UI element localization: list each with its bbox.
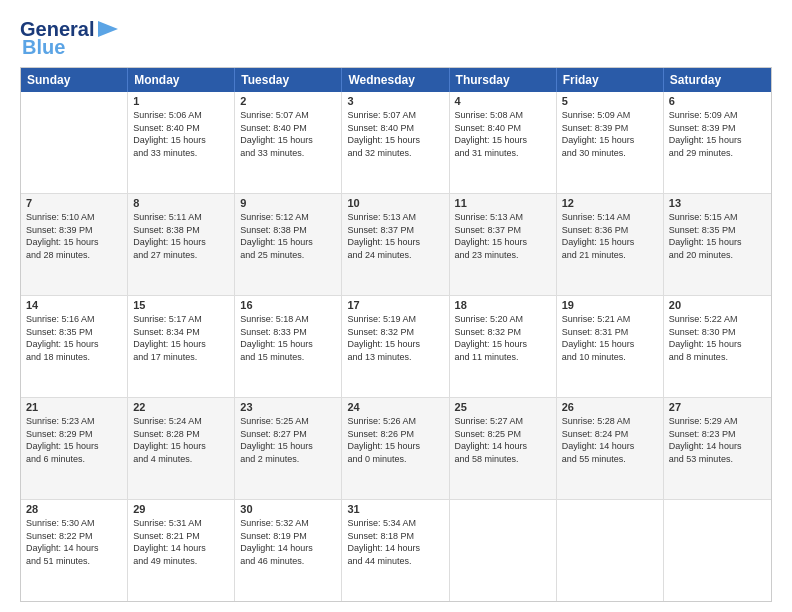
day-info: Sunrise: 5:28 AM Sunset: 8:24 PM Dayligh… — [562, 415, 658, 465]
day-info: Sunrise: 5:29 AM Sunset: 8:23 PM Dayligh… — [669, 415, 766, 465]
day-number: 10 — [347, 197, 443, 209]
header-day-wednesday: Wednesday — [342, 68, 449, 92]
day-number: 18 — [455, 299, 551, 311]
day-info: Sunrise: 5:34 AM Sunset: 8:18 PM Dayligh… — [347, 517, 443, 567]
cal-cell-6: 6Sunrise: 5:09 AM Sunset: 8:39 PM Daylig… — [664, 92, 771, 193]
cal-cell-17: 17Sunrise: 5:19 AM Sunset: 8:32 PM Dayli… — [342, 296, 449, 397]
cal-cell-23: 23Sunrise: 5:25 AM Sunset: 8:27 PM Dayli… — [235, 398, 342, 499]
day-number: 19 — [562, 299, 658, 311]
cal-cell-empty — [21, 92, 128, 193]
cal-cell-5: 5Sunrise: 5:09 AM Sunset: 8:39 PM Daylig… — [557, 92, 664, 193]
cal-cell-15: 15Sunrise: 5:17 AM Sunset: 8:34 PM Dayli… — [128, 296, 235, 397]
cal-cell-30: 30Sunrise: 5:32 AM Sunset: 8:19 PM Dayli… — [235, 500, 342, 601]
calendar-row-1: 1Sunrise: 5:06 AM Sunset: 8:40 PM Daylig… — [21, 92, 771, 193]
day-number: 16 — [240, 299, 336, 311]
calendar-header: SundayMondayTuesdayWednesdayThursdayFrid… — [21, 68, 771, 92]
cal-cell-28: 28Sunrise: 5:30 AM Sunset: 8:22 PM Dayli… — [21, 500, 128, 601]
cal-cell-20: 20Sunrise: 5:22 AM Sunset: 8:30 PM Dayli… — [664, 296, 771, 397]
day-info: Sunrise: 5:13 AM Sunset: 8:37 PM Dayligh… — [455, 211, 551, 261]
cal-cell-27: 27Sunrise: 5:29 AM Sunset: 8:23 PM Dayli… — [664, 398, 771, 499]
cal-cell-8: 8Sunrise: 5:11 AM Sunset: 8:38 PM Daylig… — [128, 194, 235, 295]
cal-cell-29: 29Sunrise: 5:31 AM Sunset: 8:21 PM Dayli… — [128, 500, 235, 601]
day-info: Sunrise: 5:17 AM Sunset: 8:34 PM Dayligh… — [133, 313, 229, 363]
day-info: Sunrise: 5:12 AM Sunset: 8:38 PM Dayligh… — [240, 211, 336, 261]
day-info: Sunrise: 5:10 AM Sunset: 8:39 PM Dayligh… — [26, 211, 122, 261]
day-number: 2 — [240, 95, 336, 107]
day-info: Sunrise: 5:32 AM Sunset: 8:19 PM Dayligh… — [240, 517, 336, 567]
day-number: 20 — [669, 299, 766, 311]
cal-cell-2: 2Sunrise: 5:07 AM Sunset: 8:40 PM Daylig… — [235, 92, 342, 193]
day-number: 7 — [26, 197, 122, 209]
day-number: 1 — [133, 95, 229, 107]
day-number: 21 — [26, 401, 122, 413]
cal-cell-25: 25Sunrise: 5:27 AM Sunset: 8:25 PM Dayli… — [450, 398, 557, 499]
day-info: Sunrise: 5:24 AM Sunset: 8:28 PM Dayligh… — [133, 415, 229, 465]
header-day-sunday: Sunday — [21, 68, 128, 92]
day-number: 24 — [347, 401, 443, 413]
day-number: 31 — [347, 503, 443, 515]
cal-cell-empty — [664, 500, 771, 601]
day-number: 27 — [669, 401, 766, 413]
day-info: Sunrise: 5:11 AM Sunset: 8:38 PM Dayligh… — [133, 211, 229, 261]
day-info: Sunrise: 5:13 AM Sunset: 8:37 PM Dayligh… — [347, 211, 443, 261]
cal-cell-11: 11Sunrise: 5:13 AM Sunset: 8:37 PM Dayli… — [450, 194, 557, 295]
day-info: Sunrise: 5:21 AM Sunset: 8:31 PM Dayligh… — [562, 313, 658, 363]
day-number: 12 — [562, 197, 658, 209]
cal-cell-13: 13Sunrise: 5:15 AM Sunset: 8:35 PM Dayli… — [664, 194, 771, 295]
day-info: Sunrise: 5:07 AM Sunset: 8:40 PM Dayligh… — [240, 109, 336, 159]
cal-cell-empty — [557, 500, 664, 601]
day-number: 25 — [455, 401, 551, 413]
cal-cell-18: 18Sunrise: 5:20 AM Sunset: 8:32 PM Dayli… — [450, 296, 557, 397]
cal-cell-4: 4Sunrise: 5:08 AM Sunset: 8:40 PM Daylig… — [450, 92, 557, 193]
header-day-tuesday: Tuesday — [235, 68, 342, 92]
day-number: 9 — [240, 197, 336, 209]
day-number: 22 — [133, 401, 229, 413]
logo-blue: Blue — [22, 36, 65, 59]
day-number: 23 — [240, 401, 336, 413]
header-day-monday: Monday — [128, 68, 235, 92]
day-info: Sunrise: 5:30 AM Sunset: 8:22 PM Dayligh… — [26, 517, 122, 567]
cal-cell-7: 7Sunrise: 5:10 AM Sunset: 8:39 PM Daylig… — [21, 194, 128, 295]
cal-cell-1: 1Sunrise: 5:06 AM Sunset: 8:40 PM Daylig… — [128, 92, 235, 193]
calendar-row-3: 14Sunrise: 5:16 AM Sunset: 8:35 PM Dayli… — [21, 295, 771, 397]
day-info: Sunrise: 5:20 AM Sunset: 8:32 PM Dayligh… — [455, 313, 551, 363]
cal-cell-9: 9Sunrise: 5:12 AM Sunset: 8:38 PM Daylig… — [235, 194, 342, 295]
day-info: Sunrise: 5:14 AM Sunset: 8:36 PM Dayligh… — [562, 211, 658, 261]
day-info: Sunrise: 5:18 AM Sunset: 8:33 PM Dayligh… — [240, 313, 336, 363]
cal-cell-31: 31Sunrise: 5:34 AM Sunset: 8:18 PM Dayli… — [342, 500, 449, 601]
header: General Blue — [20, 18, 772, 59]
day-number: 3 — [347, 95, 443, 107]
day-number: 4 — [455, 95, 551, 107]
day-info: Sunrise: 5:27 AM Sunset: 8:25 PM Dayligh… — [455, 415, 551, 465]
day-number: 13 — [669, 197, 766, 209]
day-info: Sunrise: 5:15 AM Sunset: 8:35 PM Dayligh… — [669, 211, 766, 261]
cal-cell-24: 24Sunrise: 5:26 AM Sunset: 8:26 PM Dayli… — [342, 398, 449, 499]
day-number: 5 — [562, 95, 658, 107]
day-info: Sunrise: 5:07 AM Sunset: 8:40 PM Dayligh… — [347, 109, 443, 159]
page: General Blue SundayMondayTuesdayWednesda… — [0, 0, 792, 612]
day-info: Sunrise: 5:16 AM Sunset: 8:35 PM Dayligh… — [26, 313, 122, 363]
calendar: SundayMondayTuesdayWednesdayThursdayFrid… — [20, 67, 772, 602]
cal-cell-16: 16Sunrise: 5:18 AM Sunset: 8:33 PM Dayli… — [235, 296, 342, 397]
header-day-thursday: Thursday — [450, 68, 557, 92]
day-info: Sunrise: 5:26 AM Sunset: 8:26 PM Dayligh… — [347, 415, 443, 465]
calendar-row-4: 21Sunrise: 5:23 AM Sunset: 8:29 PM Dayli… — [21, 397, 771, 499]
day-number: 26 — [562, 401, 658, 413]
svg-marker-0 — [98, 21, 118, 37]
day-info: Sunrise: 5:23 AM Sunset: 8:29 PM Dayligh… — [26, 415, 122, 465]
day-number: 6 — [669, 95, 766, 107]
day-info: Sunrise: 5:09 AM Sunset: 8:39 PM Dayligh… — [669, 109, 766, 159]
day-info: Sunrise: 5:22 AM Sunset: 8:30 PM Dayligh… — [669, 313, 766, 363]
logo-icon — [98, 18, 120, 40]
day-number: 15 — [133, 299, 229, 311]
calendar-row-5: 28Sunrise: 5:30 AM Sunset: 8:22 PM Dayli… — [21, 499, 771, 601]
cal-cell-3: 3Sunrise: 5:07 AM Sunset: 8:40 PM Daylig… — [342, 92, 449, 193]
cal-cell-22: 22Sunrise: 5:24 AM Sunset: 8:28 PM Dayli… — [128, 398, 235, 499]
day-number: 30 — [240, 503, 336, 515]
cal-cell-10: 10Sunrise: 5:13 AM Sunset: 8:37 PM Dayli… — [342, 194, 449, 295]
logo: General Blue — [20, 18, 120, 59]
day-number: 8 — [133, 197, 229, 209]
day-number: 11 — [455, 197, 551, 209]
day-number: 17 — [347, 299, 443, 311]
day-info: Sunrise: 5:08 AM Sunset: 8:40 PM Dayligh… — [455, 109, 551, 159]
